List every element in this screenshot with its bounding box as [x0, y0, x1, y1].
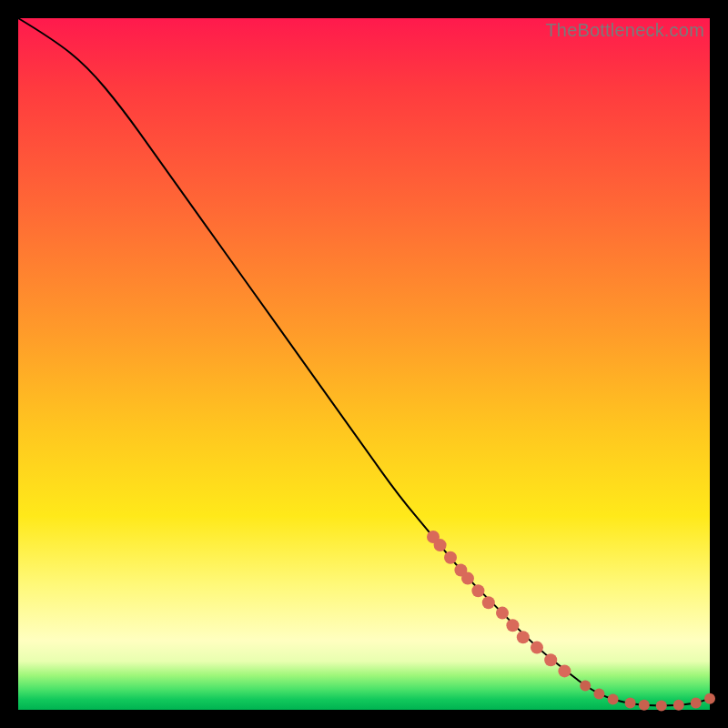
highlight-dot: [461, 572, 474, 585]
bottleneck-curve: [18, 18, 710, 705]
highlight-dot: [625, 697, 636, 708]
chart-frame: TheBottleneck.com: [18, 18, 710, 710]
highlight-dot: [656, 700, 667, 711]
chart-svg: [18, 18, 710, 710]
highlight-dot: [691, 697, 702, 708]
highlight-dot: [531, 642, 543, 654]
highlight-dot: [580, 680, 591, 691]
highlight-dot: [544, 653, 557, 666]
highlight-dot: [558, 664, 571, 677]
highlight-low-band: [427, 531, 571, 677]
highlight-dot: [517, 631, 530, 643]
highlight-dot: [673, 700, 684, 711]
highlight-dot: [593, 689, 604, 700]
highlight-dot: [471, 584, 484, 597]
highlight-dot: [434, 539, 447, 551]
highlight-dot: [506, 619, 519, 632]
highlight-flat-tail: [580, 680, 715, 711]
highlight-dot: [704, 693, 715, 704]
highlight-dot: [444, 551, 457, 564]
highlight-dot: [496, 607, 509, 620]
highlight-dot: [482, 596, 495, 609]
highlight-dot: [608, 694, 619, 705]
highlight-dot: [639, 700, 650, 711]
